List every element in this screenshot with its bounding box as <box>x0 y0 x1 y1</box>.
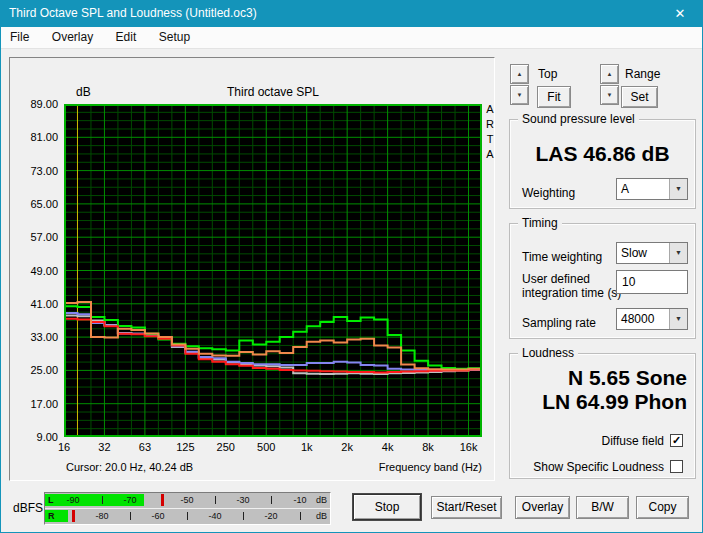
meter-scale-label: -10 <box>287 495 313 505</box>
spl-group: Sound pressure level LAS 46.86 dB Weight… <box>509 119 696 209</box>
x-tick-label: 500 <box>249 441 283 453</box>
y-tick-label: 49.00 <box>10 265 58 277</box>
loudness-n-value: N 5.65 Sone <box>568 366 687 390</box>
copy-button[interactable]: Copy <box>636 496 689 519</box>
weighting-label: Weighting <box>522 186 575 200</box>
up-arrow-icon: ▲ <box>517 71 523 77</box>
weighting-value: A <box>621 182 629 196</box>
time-weighting-combo[interactable]: Slow ▼ <box>616 242 688 264</box>
menubar: File Overlay Edit Setup <box>1 27 702 49</box>
range-spin-up-button[interactable]: ▲ <box>600 64 619 84</box>
x-tick-label: 4k <box>371 441 405 453</box>
y-tick-label: 41.00 <box>10 298 58 310</box>
top-label: Top <box>538 67 557 81</box>
x-tick-label: 125 <box>168 441 202 453</box>
timing-group-title: Timing <box>518 216 562 230</box>
weighting-combo[interactable]: A ▼ <box>616 178 688 200</box>
series-gray <box>64 316 482 375</box>
y-tick-label: 65.00 <box>10 198 58 210</box>
arta-watermark: ARTA <box>484 102 496 162</box>
meter-scale-label: -70 <box>117 495 143 505</box>
meter-row-l: -90-70-50-30-10LdB <box>45 493 330 508</box>
integration-label-line1: User defined <box>522 272 590 286</box>
loudness-group-title: Loudness <box>518 346 578 360</box>
x-tick-label: 16k <box>452 441 486 453</box>
dbfs-label: dBFS <box>13 501 43 515</box>
x-tick-label: 32 <box>87 441 121 453</box>
range-label: Range <box>625 67 660 81</box>
top-spin-down-button[interactable]: ▼ <box>510 85 529 105</box>
x-tick-label: 16 <box>47 441 81 453</box>
sampling-rate-label: Sampling rate <box>522 316 596 330</box>
plot-area[interactable] <box>64 104 482 437</box>
y-tick-label: 33.00 <box>10 331 58 343</box>
meter-tick <box>102 496 103 504</box>
meter-scale-label: -60 <box>145 511 171 521</box>
up-arrow-icon: ▲ <box>607 71 613 77</box>
stop-button[interactable]: Stop <box>353 494 421 520</box>
meter-tick <box>271 496 272 504</box>
titlebar: Third Octave SPL and Loudness (Untitled.… <box>1 1 702 27</box>
level-meter: -90-70-50-30-10LdB-80-60-40-20RdB <box>44 492 331 525</box>
range-spin-down-button[interactable]: ▼ <box>600 85 619 105</box>
down-arrow-icon: ▼ <box>517 92 523 98</box>
meter-row-r: -80-60-40-20RdB <box>45 509 330 524</box>
meter-tick <box>187 512 188 520</box>
y-tick-label: 57.00 <box>10 231 58 243</box>
menu-item-setup[interactable]: Setup <box>150 27 199 44</box>
x-axis-title: Frequency band (Hz) <box>282 461 482 473</box>
x-tick-label: 63 <box>128 441 162 453</box>
window-title: Third Octave SPL and Loudness (Untitled.… <box>9 6 257 20</box>
close-button[interactable]: ✕ <box>658 1 702 27</box>
spl-plot[interactable] <box>64 104 482 437</box>
loudness-ln-value: LN 64.99 Phon <box>542 390 687 414</box>
fit-button[interactable]: Fit <box>537 86 571 108</box>
cursor-readout: Cursor: 20.0 Hz, 40.24 dB <box>66 461 193 473</box>
show-specific-loudness-checkbox[interactable] <box>670 460 683 473</box>
y-tick-label: 89.00 <box>10 98 58 110</box>
chevron-down-icon[interactable]: ▼ <box>669 243 687 263</box>
time-weighting-value: Slow <box>621 246 647 260</box>
meter-unit-label: dB <box>316 511 327 521</box>
meter-peak-indicator <box>161 494 164 506</box>
meter-tick <box>243 512 244 520</box>
y-tick-label: 81.00 <box>10 131 58 143</box>
meter-channel-label: R <box>48 511 55 521</box>
timing-group: Timing Time weighting Slow ▼ User define… <box>509 223 696 339</box>
set-button[interactable]: Set <box>621 86 658 108</box>
diffuse-field-checkbox[interactable]: ✓ <box>670 434 683 447</box>
x-tick-label: 8k <box>411 441 445 453</box>
meter-scale-label: -20 <box>258 511 284 521</box>
x-tick-label: 250 <box>209 441 243 453</box>
meter-scale-label: -50 <box>174 495 200 505</box>
top-spin-up-button[interactable]: ▲ <box>510 64 529 84</box>
show-specific-loudness-label: Show Specific Loudness <box>510 460 664 474</box>
x-tick-label: 1k <box>290 441 324 453</box>
menu-item-edit[interactable]: Edit <box>107 27 146 44</box>
y-tick-label: 17.00 <box>10 398 58 410</box>
overlay-button[interactable]: Overlay <box>515 496 570 519</box>
chart-panel: dB Third octave SPL ARTA 89.0081.0073.00… <box>9 57 495 481</box>
meter-peak-indicator <box>72 510 75 522</box>
x-tick-label: 2k <box>330 441 364 453</box>
close-icon: ✕ <box>675 6 686 21</box>
bw-button[interactable]: B/W <box>576 496 629 519</box>
spl-group-title: Sound pressure level <box>518 112 639 126</box>
meter-unit-label: dB <box>316 495 327 505</box>
menu-item-overlay[interactable]: Overlay <box>43 27 102 44</box>
integration-time-input[interactable]: 10 <box>616 270 688 294</box>
meter-tick <box>215 496 216 504</box>
diffuse-field-label: Diffuse field <box>510 434 664 448</box>
loudness-group: Loudness N 5.65 Sone LN 64.99 Phon Diffu… <box>509 353 696 479</box>
chevron-down-icon[interactable]: ▼ <box>669 309 687 329</box>
y-tick-label: 25.00 <box>10 364 58 376</box>
y-tick-label: 73.00 <box>10 165 58 177</box>
meter-scale-label: -80 <box>89 511 115 521</box>
chart-title: Third octave SPL <box>64 85 482 99</box>
start-reset-button[interactable]: Start/Reset <box>431 496 502 519</box>
meter-tick <box>130 512 131 520</box>
integration-label-line2: integration time (s) <box>522 286 621 300</box>
chevron-down-icon[interactable]: ▼ <box>669 179 687 199</box>
sampling-rate-combo[interactable]: 48000 ▼ <box>616 308 688 330</box>
menu-item-file[interactable]: File <box>1 27 38 44</box>
